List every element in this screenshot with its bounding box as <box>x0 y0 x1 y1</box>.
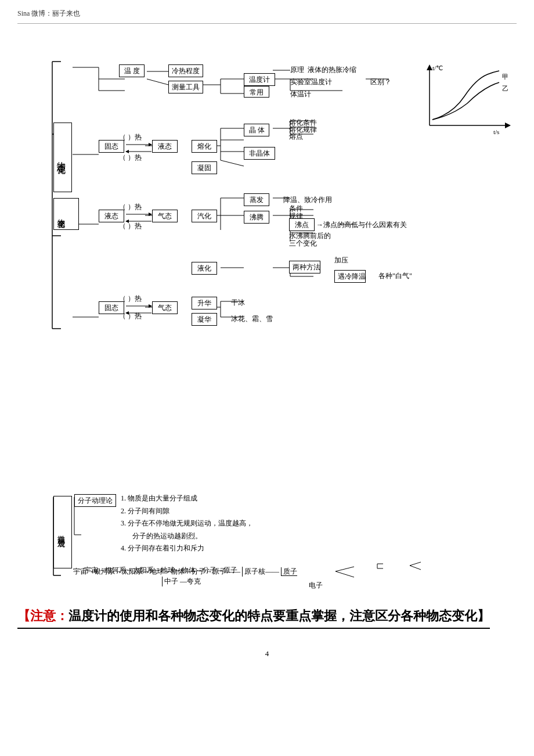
arrow3 <box>125 300 154 318</box>
main-content: 物态变化 温 度 冷热程度 测量工具 温度计 原理 液体的热胀冷缩 常用 实验室… <box>17 33 517 632</box>
svg-line-85 <box>335 571 354 577</box>
yuleng-box: 遇冷降温 <box>334 270 366 283</box>
feidian-box: 沸点 <box>289 218 315 231</box>
weiguan-hongguan-box: 微观与宏观 <box>53 496 72 568</box>
jiaya-label: 加压 <box>334 255 348 265</box>
wendujishi-box: 温度计 <box>244 73 275 86</box>
shiyanshi-label: 实验室温度计 <box>290 77 332 87</box>
svg-text:t/℃: t/℃ <box>432 64 443 71</box>
ronghua-box: 熔化 <box>192 140 217 153</box>
wutai-bianha-box2: 物态变化 <box>53 198 79 230</box>
yetai1-box: 液态 <box>152 140 178 153</box>
main-topic-box: 物态变化 <box>53 123 72 192</box>
micro-section: 宇宙→银河系→太阳系→地球→物体→分子→原子 微观与宏观 分子动理论 1. 物质… <box>17 491 517 578</box>
divider <box>17 23 517 24</box>
rongdian: 熔点 <box>289 132 303 142</box>
feijingti-box: 非晶体 <box>244 147 275 160</box>
svg-line-90 <box>410 566 421 570</box>
point2: 2. 分子间有间隙 <box>121 505 253 518</box>
svg-text:乙: 乙 <box>502 85 508 92</box>
wendu-box: 温 度 <box>119 64 145 77</box>
svg-text:甲: 甲 <box>502 73 508 80</box>
svg-text:t/s: t/s <box>493 128 499 135</box>
feidian-arrow: →沸点的高低与什么因素有关 <box>316 220 407 230</box>
lengrequcheng-box: 冷热程度 <box>168 64 203 77</box>
qitai1-box: 气态 <box>152 210 178 222</box>
point3b: 分子的热运动越剧烈。 <box>121 530 253 543</box>
sange-bianhua: 三个变化 <box>289 239 317 249</box>
baiqi-label: 各种"白气" <box>378 271 412 281</box>
point4: 4. 分子间存在着引力和斥力 <box>121 542 253 555</box>
arrow2 <box>125 208 154 226</box>
svg-line-89 <box>410 562 421 566</box>
yuanli-content: 液体的热胀冷缩 <box>308 65 356 75</box>
qitai2-box: 气态 <box>152 301 178 314</box>
svg-line-84 <box>335 567 354 571</box>
tiwenjishi-label: 体温计 <box>290 89 311 99</box>
ninggub-box: 凝固 <box>192 161 217 174</box>
note-label: 【注意： <box>17 609 68 623</box>
binghua-shuang-xue: 冰花、霜、雪 <box>231 314 273 324</box>
ninghua-box: 凝华 <box>192 313 217 326</box>
qihua-box: 汽化 <box>192 210 217 222</box>
svg-marker-67 <box>505 123 511 128</box>
header: Sina 微博：丽子来也 <box>17 9 517 19</box>
jingti-box: 晶 体 <box>244 124 269 136</box>
fenzijdongli-box: 分子动理论 <box>74 494 116 507</box>
ganbingn: 干冰 <box>231 298 245 308</box>
celiangwork-box: 测量工具 <box>168 81 203 93</box>
liangzhong-fangfa: 两种方法 <box>289 261 320 273</box>
svg-marker-66 <box>427 64 432 70</box>
svg-line-5 <box>147 79 168 85</box>
electron-label: 电子 <box>309 581 323 591</box>
note-content: 温度计的使用和各种物态变化的特点要重点掌握，注意区分各种物态变化】 <box>68 609 490 623</box>
qubi-label: 区别？ <box>370 77 391 87</box>
arrow1 <box>125 139 154 156</box>
mindmap-area: 物态变化 温 度 冷热程度 测量工具 温度计 原理 液体的热胀冷缩 常用 实验室… <box>17 33 517 474</box>
yehua-box: 液化 <box>192 262 217 275</box>
theory-points: 1. 物质是由大量分子组成 2. 分子间有间隙 3. 分子在不停地做无规则运动，… <box>121 492 253 555</box>
atom-chain: 宇宙→银河系→太阳系→地球→物体→分子→原子—— 原子核—— 质子 中子 —夸克 <box>73 567 297 586</box>
graph-area: t/℃ t/s 甲 乙 <box>418 62 511 137</box>
zhengfa-box: 蒸发 <box>244 193 269 206</box>
changyong-box: 常用 <box>244 86 269 98</box>
feiteng-box: 沸腾 <box>244 211 269 224</box>
phase-graph: t/℃ t/s 甲 乙 <box>418 62 511 137</box>
svg-line-30 <box>221 160 244 166</box>
note-section: 【注意：温度计的使用和各种物态变化的特点要重点掌握，注意区分各种物态变化】 <box>17 602 517 632</box>
page-number: 4 <box>17 649 517 658</box>
yuanli-label: 原理 <box>290 65 304 75</box>
point3: 3. 分子在不停地做无规则运动，温度越高， <box>121 517 253 530</box>
point1: 1. 物质是由大量分子组成 <box>121 492 253 505</box>
shenghua-box: 升华 <box>192 297 217 309</box>
header-title: Sina 微博：丽子来也 <box>17 9 80 17</box>
